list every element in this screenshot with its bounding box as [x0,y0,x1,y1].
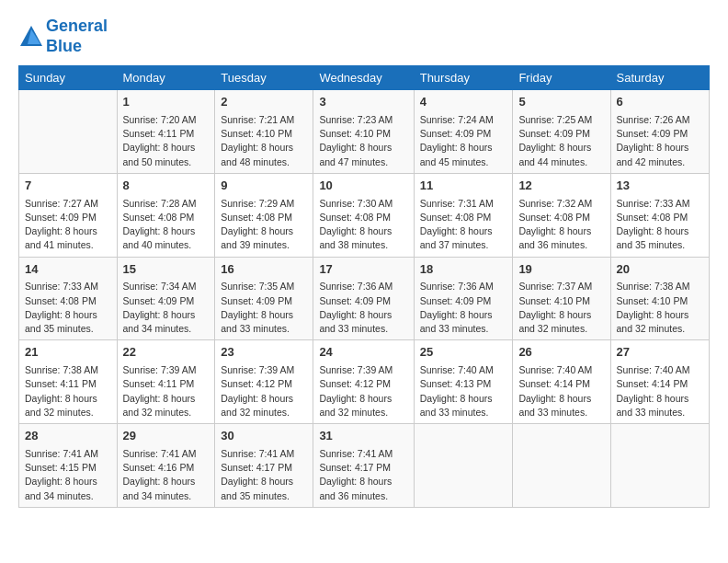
day-number: 21 [25,344,111,362]
day-info-line: and 39 minutes. [221,239,290,250]
day-info-line: Sunrise: 7:38 AM [25,364,98,375]
day-number: 10 [319,178,407,195]
day-info-line: and 33 minutes. [221,323,290,334]
day-info-line: Sunrise: 7:24 AM [420,114,494,125]
day-info-line: Daylight: 8 hours [420,225,493,236]
day-number: 31 [319,428,407,445]
day-info-line: Sunrise: 7:33 AM [617,198,690,209]
day-info-line: Sunset: 4:09 PM [518,128,590,139]
day-info-line: Sunset: 4:08 PM [221,212,292,223]
day-info-line: Sunset: 4:10 PM [518,295,590,306]
week-row-2: 7Sunrise: 7:27 AMSunset: 4:09 PMDaylight… [19,173,710,257]
day-info-line: Sunrise: 7:40 AM [617,364,690,375]
day-info-line: Sunset: 4:08 PM [319,212,391,223]
calendar-cell: 4Sunrise: 7:24 AMSunset: 4:09 PMDaylight… [414,90,513,174]
day-info-line: Daylight: 8 hours [420,142,493,153]
day-info-line: Sunset: 4:16 PM [123,462,195,473]
day-info-line: Sunset: 4:09 PM [420,295,492,306]
day-info-line: Sunset: 4:12 PM [319,378,391,389]
day-number: 5 [518,94,604,111]
calendar-cell: 26Sunrise: 7:40 AMSunset: 4:14 PMDayligh… [513,340,610,424]
day-info-line: Sunrise: 7:25 AM [518,114,592,125]
day-info-line: Daylight: 8 hours [25,225,97,236]
day-info-line: and 33 minutes. [319,323,388,334]
day-info-line: and 35 minutes. [25,323,94,334]
day-info-line: Sunrise: 7:32 AM [518,198,592,209]
day-info-line: and 32 minutes. [25,407,94,418]
day-info-line: Sunrise: 7:26 AM [617,114,690,125]
day-info-line: Daylight: 8 hours [25,309,97,320]
calendar-cell: 21Sunrise: 7:38 AMSunset: 4:11 PMDayligh… [19,340,118,424]
day-info-line: Sunrise: 7:30 AM [319,198,392,209]
day-info-line: Daylight: 8 hours [123,225,196,236]
day-info-line: Sunrise: 7:34 AM [123,281,197,292]
day-number: 13 [617,178,704,195]
logo-text: General Blue [46,17,108,56]
day-info-line: Daylight: 8 hours [123,393,196,404]
day-info-line: Daylight: 8 hours [123,476,196,487]
header-cell-monday: Monday [117,66,215,90]
day-number: 2 [221,94,307,111]
day-info-line: Sunset: 4:08 PM [123,212,195,223]
day-info-line: Daylight: 8 hours [221,225,293,236]
day-info-line: and 45 minutes. [420,156,489,167]
week-row-5: 28Sunrise: 7:41 AMSunset: 4:15 PMDayligh… [19,424,710,508]
day-info-line: Sunrise: 7:40 AM [420,364,494,375]
calendar-cell: 28Sunrise: 7:41 AMSunset: 4:15 PMDayligh… [19,424,118,508]
day-info-line: Daylight: 8 hours [617,393,689,404]
day-info-line: Daylight: 8 hours [25,476,97,487]
day-info-line: and 34 minutes. [123,323,192,334]
calendar-cell: 25Sunrise: 7:40 AMSunset: 4:13 PMDayligh… [414,340,513,424]
day-number: 8 [123,178,210,195]
day-info-line: Sunset: 4:08 PM [420,212,492,223]
day-info-line: and 33 minutes. [420,323,489,334]
day-info-line: Daylight: 8 hours [221,142,293,153]
page-container: General Blue SundayMondayTuesdayWednesda… [0,0,728,517]
day-info-line: Daylight: 8 hours [617,142,689,153]
calendar-cell: 17Sunrise: 7:36 AMSunset: 4:09 PMDayligh… [313,257,414,340]
day-info-line: Sunset: 4:09 PM [319,295,391,306]
day-info-line: and 40 minutes. [123,239,192,250]
day-info-line: Sunset: 4:09 PM [617,128,688,139]
logo: General Blue [18,17,108,56]
day-info-line: and 32 minutes. [518,323,587,334]
day-number: 15 [123,261,210,279]
day-info-line: and 33 minutes. [617,407,686,418]
header-cell-sunday: Sunday [19,66,118,90]
day-info-line: Daylight: 8 hours [319,393,392,404]
day-info-line: Sunrise: 7:39 AM [123,364,197,375]
day-info-line: Daylight: 8 hours [25,393,97,404]
day-info-line: and 44 minutes. [518,156,587,167]
day-info-line: and 50 minutes. [123,156,192,167]
day-number: 4 [420,94,507,111]
calendar-table: SundayMondayTuesdayWednesdayThursdayFrid… [18,65,710,508]
day-info-line: Sunset: 4:15 PM [25,462,97,473]
day-info-line: Sunset: 4:10 PM [221,128,292,139]
header-cell-saturday: Saturday [610,66,710,90]
day-number: 14 [25,261,111,279]
week-row-4: 21Sunrise: 7:38 AMSunset: 4:11 PMDayligh… [19,340,710,424]
day-info-line: Sunset: 4:11 PM [123,128,195,139]
day-info-line: Sunset: 4:14 PM [518,378,590,389]
calendar-cell [610,424,710,508]
day-info-line: Sunrise: 7:20 AM [123,114,197,125]
calendar-cell: 6Sunrise: 7:26 AMSunset: 4:09 PMDaylight… [610,90,710,174]
day-number: 30 [221,428,307,445]
calendar-cell [19,90,118,174]
day-info-line: Sunrise: 7:41 AM [123,448,197,459]
day-info-line: Sunset: 4:08 PM [518,212,590,223]
calendar-cell: 31Sunrise: 7:41 AMSunset: 4:17 PMDayligh… [313,424,414,508]
day-info-line: Daylight: 8 hours [123,142,196,153]
day-number: 3 [319,94,407,111]
calendar-cell: 9Sunrise: 7:29 AMSunset: 4:08 PMDaylight… [215,173,313,257]
day-info-line: and 48 minutes. [221,156,290,167]
calendar-cell: 29Sunrise: 7:41 AMSunset: 4:16 PMDayligh… [117,424,215,508]
calendar-cell: 20Sunrise: 7:38 AMSunset: 4:10 PMDayligh… [610,257,710,340]
day-info-line: and 33 minutes. [518,407,587,418]
day-info-line: Daylight: 8 hours [518,309,591,320]
day-info-line: and 36 minutes. [319,490,388,501]
day-number: 25 [420,344,507,362]
day-info-line: Daylight: 8 hours [518,225,591,236]
day-info-line: Sunrise: 7:41 AM [221,448,294,459]
calendar-cell: 3Sunrise: 7:23 AMSunset: 4:10 PMDaylight… [313,90,414,174]
